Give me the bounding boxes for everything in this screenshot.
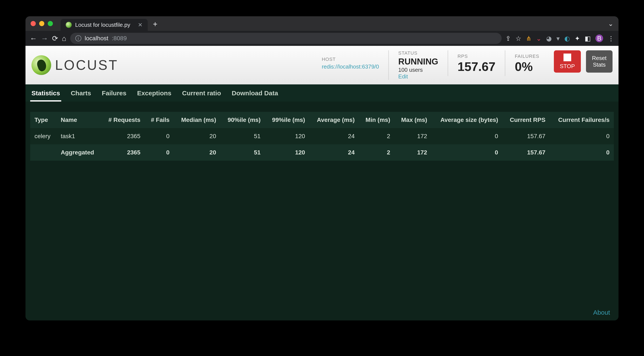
brand: LOCUST [32,55,118,75]
failures-value: 0% [515,60,539,73]
share-icon[interactable]: ⇪ [506,35,511,42]
back-icon[interactable]: ← [30,34,37,43]
col-fails[interactable]: # Fails [145,112,174,128]
host-label: HOST [322,57,379,62]
failures-box: FAILURES 0% [505,50,548,76]
edit-link[interactable]: Edit [398,73,438,80]
status-box: STATUS RUNNING 100 users Edit [388,50,448,80]
table-header-row: Type Name # Requests # Fails Median (ms)… [30,112,614,128]
col-name[interactable]: Name [56,112,101,128]
cell-requests: 2365 [101,144,145,161]
col-p99[interactable]: 99%ile (ms) [265,112,309,128]
rps-label: RPS [458,54,496,59]
brand-word: LOCUST [55,57,118,73]
col-cur-rps[interactable]: Current RPS [502,112,550,128]
rps-value: 157.67 [458,60,496,73]
col-p90[interactable]: 90%ile (ms) [220,112,265,128]
col-min[interactable]: Min (ms) [359,112,394,128]
tab-exceptions[interactable]: Exceptions [136,90,172,102]
toolbar-icons: ⇪ ☆ ⋔ ⌄ ◕ ▾ ◐ ✦ ◧ B ⋮ [506,35,614,42]
rps-box: RPS 157.67 [448,50,505,76]
reset-line2: Stats [593,62,606,68]
panel-icon[interactable]: ◧ [585,35,591,42]
tab-statistics[interactable]: Statistics [30,90,61,102]
favicon-icon [66,22,72,28]
failures-label: FAILURES [515,54,539,59]
cell-type [30,144,56,161]
cell-avgsize: 0 [432,128,502,144]
col-cur-fail[interactable]: Current Failures/s [550,112,614,128]
col-type[interactable]: Type [30,112,56,128]
close-tab-icon[interactable]: ✕ [138,22,142,28]
profile-avatar[interactable]: B [596,35,603,42]
titlebar: Locust for locustfile.py ✕ + ⌄ [26,16,618,31]
col-requests[interactable]: # Requests [101,112,145,128]
cell-fails: 0 [145,144,174,161]
cell-cur-rps: 157.67 [502,144,550,161]
cell-avg: 24 [309,144,359,161]
reset-line1: Reset [592,55,606,62]
menu-icon[interactable]: ⋮ [608,35,614,42]
nav-tabs: Statistics Charts Failures Exceptions Cu… [26,84,618,102]
omnibox[interactable]: i localhost:8089 [70,33,502,44]
tab-title: Locust for locustfile.py [75,22,130,28]
rss-icon[interactable]: ⋔ [526,35,532,42]
status-label: STATUS [398,50,438,56]
new-tab-button[interactable]: + [153,20,157,29]
cell-p99: 120 [265,144,309,161]
browser-tab[interactable]: Locust for locustfile.py ✕ [60,19,148,31]
footer: About [593,309,610,316]
cell-fails: 0 [145,128,174,144]
window-controls [30,21,53,26]
ext-icon-3[interactable]: ◐ [564,35,570,42]
pocket-icon[interactable]: ⌄ [536,35,542,42]
extensions-icon[interactable]: ✦ [575,35,580,42]
stop-label: STOP [560,63,575,70]
tab-download-data[interactable]: Download Data [230,90,280,102]
home-icon[interactable]: ⌂ [62,34,66,43]
content-area: Type Name # Requests # Fails Median (ms)… [26,102,618,320]
col-avgsize[interactable]: Average size (bytes) [432,112,502,128]
tab-failures[interactable]: Failures [100,90,128,102]
cell-name: Aggregated [56,144,101,161]
stats-table: Type Name # Requests # Fails Median (ms)… [30,112,614,161]
stop-button[interactable]: STOP [554,50,581,73]
ext-icon-2[interactable]: ▾ [556,35,560,42]
col-avg[interactable]: Average (ms) [309,112,359,128]
ext-icon-1[interactable]: ◕ [546,35,552,42]
cell-avgsize: 0 [432,144,502,161]
cell-median: 20 [174,144,220,161]
forward-icon: → [41,34,48,43]
cell-cur-rps: 157.67 [502,128,550,144]
site-info-icon[interactable]: i [75,35,81,41]
minimize-window-icon[interactable] [39,21,44,26]
cell-max: 172 [394,144,432,161]
about-link[interactable]: About [593,309,610,316]
tab-current-ratio[interactable]: Current ratio [181,90,222,102]
col-max[interactable]: Max (ms) [394,112,432,128]
col-median[interactable]: Median (ms) [174,112,220,128]
stop-icon [564,54,571,61]
app-header: LOCUST HOST redis://localhost:6379/0 STA… [26,46,618,84]
table-row-aggregated: Aggregated 2365 0 20 51 120 24 2 172 0 1… [30,144,614,161]
cell-requests: 2365 [101,128,145,144]
bookmark-star-icon[interactable]: ☆ [516,35,521,42]
tab-charts[interactable]: Charts [69,90,92,102]
address-bar: ← → ⟳ ⌂ i localhost:8089 ⇪ ☆ ⋔ ⌄ ◕ ▾ ◐ ✦… [26,31,618,46]
locust-logo-icon [32,55,51,75]
cell-min: 2 [359,128,394,144]
status-value: RUNNING [398,57,438,66]
host-link[interactable]: redis://localhost:6379/0 [322,63,379,70]
close-window-icon[interactable] [30,21,36,26]
tab-list-chevron-icon[interactable]: ⌄ [608,20,614,28]
table-row: celery task1 2365 0 20 51 120 24 2 172 0… [30,128,614,144]
reset-stats-button[interactable]: Reset Stats [586,50,612,73]
reload-icon[interactable]: ⟳ [52,34,58,43]
maximize-window-icon[interactable] [48,21,53,26]
cell-avg: 24 [309,128,359,144]
url-port: :8089 [112,35,127,42]
cell-p90: 51 [220,144,265,161]
cell-p90: 51 [220,128,265,144]
cell-name: task1 [56,128,101,144]
url-host: localhost [85,35,108,42]
